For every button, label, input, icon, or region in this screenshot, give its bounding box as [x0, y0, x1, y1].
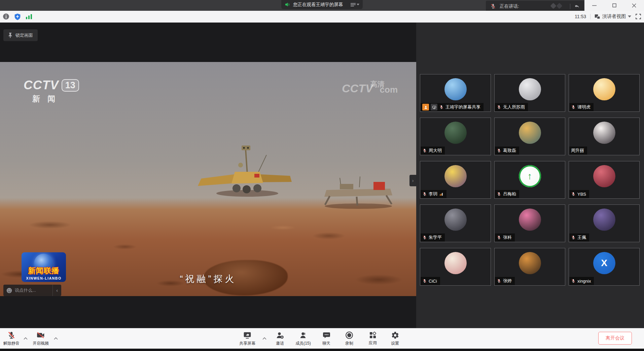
mic-muted-icon	[7, 331, 16, 340]
unmute-button[interactable]: 解除静音	[1, 328, 22, 349]
divider	[590, 14, 591, 19]
emoji-icon[interactable]	[6, 287, 12, 294]
share-options-chevron[interactable]	[261, 328, 268, 349]
maximize-button[interactable]	[604, 0, 624, 11]
participant-tile[interactable]: 无人所苏雨	[494, 74, 565, 112]
share-menu-button[interactable]	[351, 3, 359, 7]
participant-nameplate: 葛致磊	[495, 147, 519, 155]
participant-tile[interactable]: 周升丽	[569, 118, 640, 155]
share-screen-icon	[243, 331, 252, 340]
record-button[interactable]: 录制	[338, 328, 360, 349]
invite-label: 邀请	[276, 341, 284, 346]
audio-options-chevron[interactable]	[22, 328, 29, 349]
participant-avatar	[444, 209, 467, 231]
mic-muted-icon	[497, 235, 501, 240]
participant-avatar	[593, 122, 615, 144]
user-badge-icon	[422, 104, 429, 110]
divider	[570, 4, 570, 9]
participant-tile[interactable]: 周大明	[420, 118, 491, 155]
security-shield-icon[interactable]	[14, 13, 21, 20]
participant-name: 无人所苏雨	[503, 104, 525, 110]
mic-muted-icon	[439, 105, 444, 109]
view-mode-dropdown[interactable]: 演讲者视图	[595, 13, 631, 20]
participant-avatar	[593, 165, 615, 187]
participant-tile[interactable]: 张烨	[494, 248, 565, 286]
participant-name: CiCi	[429, 279, 437, 284]
quick-chat-bar: 说点什么... ‹	[3, 285, 61, 296]
participant-name: 吕梅柏	[503, 191, 516, 197]
speaking-panel: 正在讲话:	[486, 1, 584, 12]
participant-nameplate: 周大明	[421, 147, 445, 155]
settings-button[interactable]: 设置	[386, 328, 404, 349]
lock-view-button[interactable]: 锁定画面	[3, 29, 38, 41]
participant-tile[interactable]: 王佩	[569, 204, 640, 242]
participant-nameplate: 王靖宇的屏幕共享	[421, 103, 484, 111]
close-button[interactable]	[624, 0, 644, 11]
mic-muted-icon	[422, 192, 427, 196]
participant-tile[interactable]: 张科	[494, 204, 565, 242]
participant-avatar: X	[593, 252, 615, 274]
program-title: 新闻联播	[28, 266, 59, 276]
chat-label: 聊天	[322, 341, 330, 346]
clock-time: 11:53	[575, 14, 586, 19]
participant-avatar: ↑	[519, 165, 541, 187]
reply-arrow-icon[interactable]	[574, 3, 580, 9]
participant-tile[interactable]: ↑吕梅柏	[494, 161, 565, 199]
participant-tile[interactable]: Xxingnix	[569, 248, 640, 286]
mic-muted-icon	[571, 192, 576, 196]
members-label: 成员(15)	[295, 341, 311, 346]
chat-collapse-button[interactable]: ‹	[52, 285, 61, 296]
bottom-edge-strip	[0, 349, 644, 351]
participant-tile[interactable]: 朱学平	[420, 204, 491, 242]
chat-button[interactable]: 聊天	[317, 328, 336, 349]
meeting-info-icon[interactable]	[3, 13, 9, 20]
chat-input[interactable]: 说点什么...	[15, 287, 52, 293]
caret-down-icon	[357, 4, 359, 5]
members-button[interactable]: 成员(15)	[292, 328, 314, 349]
mic-muted-icon	[497, 192, 501, 196]
mic-muted-icon	[571, 279, 576, 283]
pin-icon	[8, 32, 12, 38]
participant-nameplate: 李玥	[421, 190, 446, 198]
participant-avatar	[444, 252, 467, 274]
start-video-label: 开启视频	[33, 341, 49, 346]
participant-nameplate: 朱学平	[421, 233, 445, 242]
participant-tile[interactable]: 葛致磊	[494, 118, 565, 155]
apps-button[interactable]: 应用	[363, 328, 383, 349]
participant-tile[interactable]: YBS	[569, 161, 640, 199]
participant-avatar	[519, 209, 541, 231]
participant-avatar	[444, 122, 467, 144]
network-quality-icon[interactable]	[26, 14, 32, 19]
video-options-chevron[interactable]	[52, 328, 59, 349]
leave-meeting-button[interactable]: 离开会议	[598, 332, 632, 345]
invite-button[interactable]: 邀请	[271, 328, 289, 349]
cctv13-wordmark: CCTV	[24, 78, 59, 92]
mic-muted-icon	[422, 148, 427, 153]
participant-nameplate: 吕梅柏	[495, 190, 519, 198]
participant-name: 谭明虎	[577, 104, 591, 110]
participant-name: 张烨	[503, 278, 512, 284]
watching-screen-pill: 您正在观看王靖宇的屏幕	[281, 0, 363, 9]
caret-down-icon	[628, 15, 631, 18]
mic-muted-icon	[422, 279, 427, 283]
minimize-button[interactable]	[584, 0, 604, 11]
unmute-label: 解除静音	[3, 341, 20, 346]
participant-nameplate: 谭明虎	[569, 103, 594, 111]
start-video-button[interactable]: 开启视频	[29, 328, 52, 349]
fullscreen-icon[interactable]	[635, 13, 641, 20]
view-mode-label: 演讲者视图	[602, 13, 626, 20]
participant-nameplate: 周升丽	[569, 147, 587, 155]
status-bar: 11:53 演讲者视图	[0, 11, 644, 23]
participant-tile[interactable]: 李玥	[420, 161, 491, 199]
panel-collapse-handle[interactable]: ›	[409, 175, 416, 186]
participant-tile[interactable]: 王靖宇的屏幕共享	[420, 74, 491, 112]
participant-tile[interactable]: CiCi	[420, 248, 491, 286]
share-screen-button[interactable]: 共享屏幕	[236, 328, 258, 349]
apps-icon	[369, 331, 377, 339]
participant-name: 张科	[503, 234, 512, 241]
participant-tile[interactable]: 谭明虎	[569, 74, 640, 112]
chat-icon	[322, 331, 331, 340]
participant-nameplate: 张科	[495, 233, 515, 242]
cctv13-subtitle: 新闻	[32, 94, 79, 104]
network-signal-icon	[439, 192, 443, 196]
